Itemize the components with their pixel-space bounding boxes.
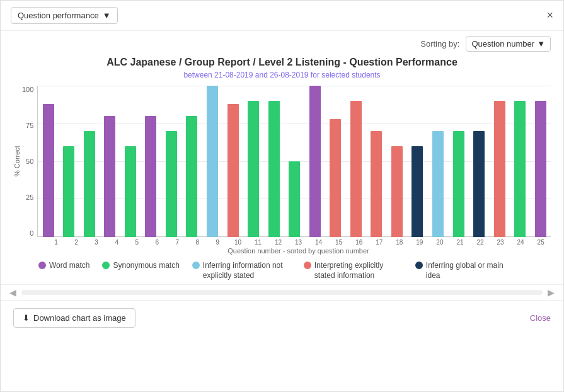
x-axis-area: 1234567891011121314151617181920212223242… <box>46 239 551 255</box>
bar <box>514 101 526 237</box>
bar-group <box>120 146 141 237</box>
x-label: 2 <box>66 239 86 246</box>
y-label-50: 50 <box>26 158 33 165</box>
bar <box>227 104 239 237</box>
legend-color-dot <box>304 262 311 269</box>
bar-group <box>243 101 264 237</box>
x-label: 10 <box>227 239 248 246</box>
chart-title: ALC Japanese / Group Report / Level 2 Li… <box>13 57 551 68</box>
sorting-row: Sorting by: Question number ▼ <box>1 31 563 57</box>
x-label: 24 <box>510 239 531 246</box>
bar-group <box>141 116 161 237</box>
x-label: 6 <box>147 239 167 246</box>
bar <box>207 86 218 237</box>
x-label: 20 <box>430 239 450 246</box>
legend-label: Inferring global or main idea <box>426 261 514 280</box>
legend-item: Interpreting explicitly stated informati… <box>304 261 403 280</box>
sort-dropdown[interactable]: Question number ▼ <box>466 36 551 52</box>
bar-group <box>366 131 387 237</box>
bar <box>43 104 54 237</box>
legend-color-dot <box>192 262 200 269</box>
bar-group <box>79 131 100 237</box>
sorting-label: Sorting by: <box>420 39 459 49</box>
x-label: 15 <box>329 239 349 246</box>
bar-group <box>428 131 449 237</box>
x-label: 12 <box>268 239 289 246</box>
y-axis-title: % Correct <box>13 86 21 237</box>
chart-container: ALC Japanese / Group Report / Level 2 Li… <box>1 57 563 255</box>
bar-group <box>304 86 325 237</box>
x-axis-title: Question number - sorted by question num… <box>46 247 551 255</box>
bar <box>453 131 464 237</box>
bar-group <box>387 146 408 237</box>
legend-label: Inferring information not explicitly sta… <box>203 261 291 280</box>
legend-item: Word match <box>38 261 89 271</box>
x-label: 22 <box>470 239 490 246</box>
bar <box>125 146 136 237</box>
legend-color-dot <box>38 262 46 269</box>
bar <box>535 101 546 237</box>
bar <box>350 101 362 237</box>
bar-group <box>161 131 182 237</box>
x-label: 9 <box>207 239 227 246</box>
scroll-right-icon[interactable]: ▶ <box>545 287 557 297</box>
bar <box>371 131 382 237</box>
x-label: 18 <box>389 239 410 246</box>
dropdown-label: Question performance <box>18 11 99 20</box>
x-label: 14 <box>309 239 329 246</box>
bar-group <box>489 101 510 237</box>
legend-item: Synonymous match <box>102 261 179 271</box>
scroll-left-icon[interactable]: ◀ <box>7 287 19 297</box>
x-label: 16 <box>349 239 369 246</box>
y-label-0: 0 <box>30 229 33 237</box>
x-axis-labels: 1234567891011121314151617181920212223242… <box>46 239 551 246</box>
close-link[interactable]: Close <box>530 313 551 323</box>
bar-group <box>407 146 428 237</box>
bar-group <box>325 119 346 237</box>
bar-group <box>469 131 490 237</box>
bar-group <box>181 116 202 237</box>
x-label: 19 <box>410 239 430 246</box>
bar-group <box>59 146 79 237</box>
x-label: 17 <box>369 239 389 246</box>
bar <box>309 86 321 237</box>
bar <box>104 116 115 237</box>
bar <box>145 116 156 237</box>
bar <box>330 119 341 237</box>
x-label: 23 <box>490 239 510 246</box>
scrollbar-area: ◀ ▶ <box>1 284 563 301</box>
legend-label: Word match <box>49 261 89 271</box>
footer: ⬇ Download chart as image Close <box>1 301 563 335</box>
bar-group <box>38 104 59 237</box>
legend-label: Synonymous match <box>113 261 179 271</box>
bar <box>186 116 197 237</box>
download-button[interactable]: ⬇ Download chart as image <box>13 308 135 328</box>
x-label: 21 <box>450 239 470 246</box>
bar-group <box>510 101 531 237</box>
bar <box>473 131 485 237</box>
sort-chevron-icon: ▼ <box>537 39 545 49</box>
x-label: 7 <box>167 239 187 246</box>
x-label: 1 <box>46 239 66 246</box>
x-label: 4 <box>106 239 127 246</box>
x-label: 3 <box>86 239 106 246</box>
bar <box>268 101 280 237</box>
legend-label: Interpreting explicitly stated informati… <box>314 261 403 280</box>
y-label-25: 25 <box>26 193 33 201</box>
bar-group <box>202 86 223 237</box>
bar-group <box>284 161 305 237</box>
bar-group <box>346 101 367 237</box>
x-label: 8 <box>187 239 207 246</box>
bar-group <box>530 101 551 237</box>
chevron-down-icon: ▼ <box>103 11 111 20</box>
chart-subtitle: between 21-08-2019 and 26-08-2019 for se… <box>13 71 551 79</box>
scroll-track[interactable] <box>21 290 543 295</box>
close-button[interactable]: × <box>546 9 553 22</box>
y-label-75: 75 <box>26 122 33 129</box>
chart-plot <box>37 86 551 237</box>
legend-color-dot <box>415 262 423 269</box>
question-performance-dropdown[interactable]: Question performance ▼ <box>11 7 118 24</box>
bar <box>166 131 177 237</box>
x-label: 5 <box>127 239 147 246</box>
legend-item: Inferring global or main idea <box>415 261 514 280</box>
